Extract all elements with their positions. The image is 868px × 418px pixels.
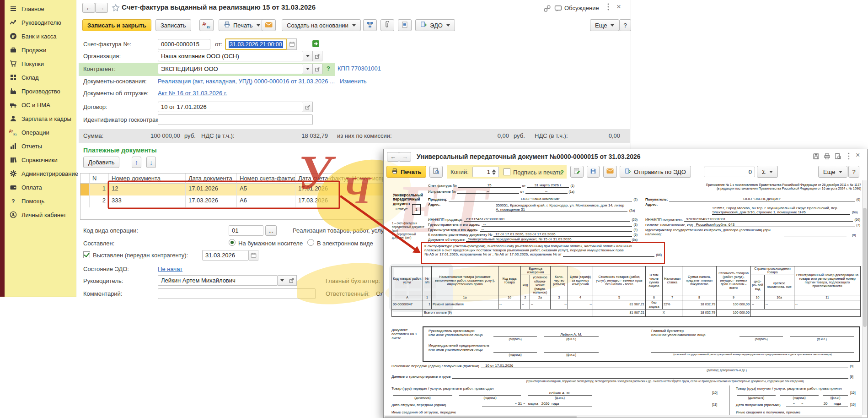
vertical-scrollbar[interactable] [862,180,868,415]
kebab-menu-icon[interactable] [846,152,852,163]
attachments-button[interactable] [380,19,394,31]
col-header-invoice-date[interactable]: Дата счета-фактуры [295,174,349,184]
kebab-menu-icon[interactable] [605,2,612,13]
help-button[interactable]: ? [848,166,859,178]
calendar-icon[interactable] [287,38,297,50]
forward-button[interactable]: → [399,152,411,162]
close-icon[interactable]: × [856,151,860,159]
col-header-doc-date[interactable]: Дата документа [186,174,237,184]
save-file-button[interactable] [587,166,600,178]
send-edo-button[interactable]: Отправить по ЭДО [620,166,691,178]
th-excise: В том числе сумма акциза [646,266,663,295]
horizontal-scrollbar[interactable] [384,415,862,418]
head-open-icon[interactable] [287,275,297,286]
contractor-open-icon[interactable] [313,64,322,74]
sidebar-item-purchases[interactable]: Покупки [5,57,76,71]
print-icon[interactable] [824,153,830,162]
forward-button[interactable]: → [95,3,108,13]
dtkt-postings-button[interactable]: ДтКт [199,19,214,31]
change-link[interactable]: Изменить [340,78,367,85]
sidebar-item-help[interactable]: ?Помощь [5,194,76,208]
opcode-input[interactable]: 01 [229,225,263,236]
mail-button[interactable] [262,19,276,31]
preview-button[interactable] [429,166,443,178]
move-up-button[interactable]: ↑ [132,157,141,168]
sidebar-accent-strip [0,0,5,297]
preview-icon[interactable] [835,153,841,162]
shipping-doc-link[interactable]: Акт № 16 от 31.03.2026 г. [158,90,227,97]
sidebar-item-manager[interactable]: Руководителю [5,16,76,29]
contract-open-icon[interactable] [303,102,313,112]
opcode-select-button[interactable]: ... [265,225,277,236]
link-icon[interactable] [543,5,551,14]
counter-input[interactable]: 0 [704,167,755,177]
more-button[interactable]: Еще [818,166,847,178]
close-icon[interactable]: × [616,2,621,11]
col-header-n[interactable]: N [90,174,109,184]
sidebar-item-bank-cash[interactable]: ₽Банк и касса [5,29,76,43]
fill-sign-button[interactable] [570,166,584,178]
move-down-button[interactable]: ↓ [146,157,156,168]
add-row-button[interactable]: Добавить [83,157,119,168]
save-close-button[interactable]: Записать и закрыть [82,19,151,31]
sign-print-help-icon[interactable]: ? [560,169,564,176]
comment-input[interactable] [158,288,316,299]
organization-dropdown-icon[interactable] [303,51,313,61]
edo-button[interactable]: ЭДО [415,19,455,31]
head-input[interactable]: Лейкин Артем Михайлович [158,275,278,286]
back-button[interactable]: ← [82,3,95,13]
print-button[interactable]: Печать [386,166,426,178]
discussion-icon[interactable] [554,5,562,14]
save-button[interactable]: Записать [155,19,191,31]
contractor-help-icon[interactable]: ? [327,65,330,72]
copies-spinner[interactable]: 1 [472,167,499,177]
sidebar-item-sales[interactable]: Продажи [5,43,76,57]
sidebar-item-warehouse[interactable]: Склад [5,71,76,84]
col-header-invoice-number[interactable]: Номер счета-фактуры [237,174,295,184]
sidebar-item-label: Личный кабинет [21,212,66,218]
calendar-icon[interactable] [249,250,258,261]
sidebar-item-operations[interactable]: ДтКтОперации [5,125,76,139]
discussion-label[interactable]: Обсуждение [564,5,599,11]
save-icon[interactable] [813,153,820,162]
gov-contract-input[interactable] [158,114,313,125]
reports-button[interactable] [398,19,412,31]
issued-date-input[interactable]: 31.03.2026 [202,250,249,261]
sidebar-item-directories[interactable]: Справочники [5,153,76,167]
sigma-button[interactable]: Σ [757,166,778,178]
radio-paper[interactable] [229,239,236,246]
organization-input[interactable]: Наша компания ООО (ОСН) [158,51,303,61]
contract-input[interactable]: 10 от 17.01.2026 [158,102,303,112]
sidebar-item-administration[interactable]: Администрирование [5,167,76,180]
kpp-link[interactable]: КПП 770301001 [338,65,381,72]
more-button[interactable]: Еще [590,19,619,31]
spinner-arrows-icon[interactable] [492,169,496,175]
sidebar-item-main[interactable]: Главное [5,2,76,16]
sidebar-item-salary-hr[interactable]: Зарплата и кадры [5,112,76,125]
edo-state-link[interactable]: Не начат [158,266,182,272]
create-based-button[interactable]: Создать на основании [282,19,361,31]
sign-print-checkbox[interactable] [504,168,510,175]
organization-open-icon[interactable] [313,51,322,61]
structure-button[interactable] [363,19,377,31]
contractor-input[interactable]: ЭКСПЕДИЦИЯ ООО [158,64,303,74]
radio-electronic[interactable] [307,239,314,246]
sidebar-item-payment[interactable]: Оплата [5,180,76,194]
basis-doc-link[interactable]: Реализация (акт, накладная, УПД) 0000-00… [158,78,335,85]
contractor-dropdown-icon[interactable] [303,64,313,74]
sidebar-item-personal-account[interactable]: Личный кабинет [5,208,76,222]
invoice-date-input[interactable]: 31.03.2026 21:00:00 [225,38,287,50]
open-related-icon[interactable] [312,40,320,49]
head-dropdown-icon[interactable] [278,275,287,286]
favorite-star-icon[interactable] [112,4,120,14]
issued-checkbox[interactable] [83,251,90,258]
invoice-number-input[interactable]: 0000-0000015 [158,39,210,49]
sidebar-item-reports[interactable]: Отчеты [5,139,76,153]
help-button[interactable]: ? [619,19,631,31]
print-button[interactable]: Печать [219,19,265,31]
sidebar-item-os-nma[interactable]: ОС и НМА [5,98,76,112]
mail-button[interactable] [603,166,617,178]
col-header-doc-number[interactable]: Номер документа [109,174,186,184]
sidebar-item-production[interactable]: Производство [5,84,76,98]
back-button[interactable]: ← [387,152,399,162]
